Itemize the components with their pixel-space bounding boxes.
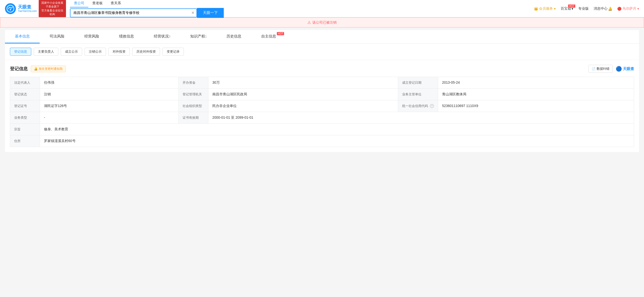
search-area: 查公司 查老板 查关系 ✕ 天眼一下 bbox=[70, 0, 224, 18]
value-cell: 任伟强 bbox=[40, 77, 178, 89]
tab-history[interactable]: 历史信息 bbox=[216, 30, 251, 44]
table-row: 业务类型 - 证书有效期 2000-01-01 至 2099-01-01 bbox=[10, 112, 634, 124]
member-service-button[interactable]: 👑 会员服务 ▾ bbox=[534, 7, 556, 11]
value-cell: 南昌市青山湖区民政局 bbox=[208, 89, 398, 100]
search-tabs: 查公司 查老板 查关系 bbox=[70, 0, 224, 8]
search-tab-boss[interactable]: 查老板 bbox=[88, 0, 107, 8]
help-icon[interactable]: ? bbox=[430, 104, 434, 108]
info-table: 法定代表人 任伟强 开办资金 30万 成立登记日期 2013-05-24 登记状… bbox=[10, 77, 634, 147]
table-row: 登记状态 注销 登记管理机关 南昌市青山湖区民政局 业务主管单位 青山湖区教体局 bbox=[10, 89, 634, 100]
document-icon: 📄 bbox=[592, 67, 596, 71]
professional-link[interactable]: 专业版 bbox=[578, 7, 589, 11]
label-cell: 证书有效期 bbox=[178, 112, 208, 124]
message-icon: 🔔 bbox=[608, 7, 612, 11]
crown-icon: 👑 bbox=[534, 7, 538, 11]
value-cell: 30万 bbox=[208, 77, 398, 89]
baibao-link[interactable]: 百宝箱 HOT ▾ bbox=[561, 7, 573, 11]
sub-tab-register-info[interactable]: 登记信息 bbox=[10, 48, 31, 56]
label-cell: 法定代表人 bbox=[10, 77, 40, 89]
table-row: 法定代表人 任伟强 开办资金 30万 成立登记日期 2013-05-24 bbox=[10, 77, 634, 89]
tab-self-info[interactable]: 自主信息 HOT bbox=[251, 30, 286, 44]
bell-icon: 🔔 bbox=[34, 67, 38, 71]
tab-judicial-risk[interactable]: 司法风险 bbox=[40, 30, 74, 44]
value-cell: 修身、美术教育 bbox=[40, 124, 634, 135]
notify-button[interactable]: 🔔 发生变更时通知我 bbox=[31, 66, 66, 72]
user-button[interactable]: 🔴 马尔萨月 ▾ bbox=[617, 7, 639, 11]
section-actions: 📄 数据纠错 🔵 天眼查 bbox=[588, 65, 634, 73]
label-cell: 登记证号 bbox=[10, 100, 40, 112]
logo-icon bbox=[5, 3, 16, 14]
search-input[interactable] bbox=[70, 9, 189, 17]
search-tab-company[interactable]: 查公司 bbox=[70, 0, 88, 8]
value-cell: 民办非企业单位 bbox=[208, 100, 398, 112]
sub-tab-main-person[interactable]: 主要负责人 bbox=[34, 48, 58, 56]
search-button[interactable]: 天眼一下 bbox=[197, 8, 224, 18]
cancelled-banner: ⚠ 该公司已被注销 bbox=[0, 17, 644, 28]
sub-tab-change-record[interactable]: 变更记录 bbox=[162, 48, 184, 56]
label-cell: 成立登记日期 bbox=[398, 77, 438, 89]
tianyancha-brand-logo: 🔵 天眼查 bbox=[616, 66, 634, 72]
data-correct-button[interactable]: 📄 数据纠错 bbox=[588, 65, 613, 73]
tabs-bar: 基本信息 司法风险 经营风险 绩效信息 经营状况3 知识产权1 历史信息 自主信… bbox=[5, 30, 639, 44]
tianyancha-icon: 🔵 bbox=[616, 66, 622, 72]
user-avatar-icon: 🔴 bbox=[617, 7, 622, 11]
value-cell: 2000-01-01 至 2099-01-01 bbox=[208, 112, 634, 124]
search-input-wrap: ✕ bbox=[70, 9, 197, 17]
label-cell: 业务主管单位 bbox=[398, 89, 438, 100]
user-chevron-icon: ▾ bbox=[637, 7, 639, 11]
logo-text: 天眼查 TianYanCha.com bbox=[18, 5, 37, 13]
chevron-down-icon: ▾ bbox=[554, 7, 556, 11]
value-cell: 青山湖区教体局 bbox=[438, 89, 634, 100]
status-value-cell: 注销 bbox=[40, 89, 178, 100]
hot-badge: HOT bbox=[568, 5, 575, 8]
warning-icon: ⚠ bbox=[307, 20, 311, 25]
label-cell: 社会组织类型 bbox=[178, 100, 208, 112]
search-input-row: ✕ 天眼一下 bbox=[70, 8, 224, 18]
sub-tab-establish-announcement[interactable]: 成立公示 bbox=[61, 48, 82, 56]
label-cell: 开办资金 bbox=[178, 77, 208, 89]
tab-business-status[interactable]: 经营状况3 bbox=[144, 30, 180, 44]
header-right: 👑 会员服务 ▾ 百宝箱 HOT ▾ 专业版 消息中心 🔔 🔴 马尔萨月 ▾ bbox=[534, 7, 639, 11]
value-cell: 2013-05-24 bbox=[438, 77, 634, 89]
label-cell: 登记管理机关 bbox=[178, 89, 208, 100]
main-content: 基本信息 司法风险 经营风险 绩效信息 经营状况3 知识产权1 历史信息 自主信… bbox=[5, 30, 639, 152]
logo-area: 天眼查 TianYanCha.com 国家中小企业发展子基金旗下 官方备案企业征… bbox=[5, 0, 66, 17]
label-cell: 住所 bbox=[10, 135, 40, 147]
value-cell: 罗家镇濡溪吴村60号 bbox=[40, 135, 634, 147]
tab-intellectual-property[interactable]: 知识产权1 bbox=[180, 30, 217, 44]
official-badge: 国家中小企业发展子基金旗下 官方备案企业征信机构 bbox=[39, 0, 66, 17]
sub-tab-external-investment[interactable]: 对外投资 bbox=[108, 48, 130, 56]
sub-tab-history-investment[interactable]: 历史对外投资 bbox=[132, 48, 160, 56]
value-cell: 湖民证字126号 bbox=[40, 100, 178, 112]
label-cell: 登记状态 bbox=[10, 89, 40, 100]
table-row: 住所 罗家镇濡溪吴村60号 bbox=[10, 135, 634, 147]
label-cell: 业务类型 bbox=[10, 112, 40, 124]
tab-business-risk[interactable]: 经营风险 bbox=[74, 30, 109, 44]
value-cell: 523601110697 1110X9 bbox=[438, 100, 634, 112]
sub-tabs: 登记信息 主要负责人 成立公示 注销公示 对外投资 历史对外投资 变更记录 bbox=[5, 44, 639, 60]
table-row: 登记证号 湖民证字126号 社会组织类型 民办非企业单位 统一社会信用代码 ? … bbox=[10, 100, 634, 112]
table-row: 宗旨 修身、美术教育 bbox=[10, 124, 634, 135]
message-link[interactable]: 消息中心 🔔 bbox=[594, 7, 612, 11]
svg-point-0 bbox=[7, 5, 14, 12]
register-info-section: 登记信息 🔔 发生变更时通知我 📄 数据纠错 🔵 天眼查 bbox=[5, 60, 639, 152]
value-cell: - bbox=[40, 112, 178, 124]
section-title: 登记信息 🔔 发生变更时通知我 bbox=[10, 66, 66, 72]
label-cell: 统一社会信用代码 ? bbox=[398, 100, 438, 112]
tab-basic-info[interactable]: 基本信息 bbox=[5, 30, 40, 44]
search-clear-icon[interactable]: ✕ bbox=[189, 11, 196, 15]
header: 天眼查 TianYanCha.com 国家中小企业发展子基金旗下 官方备案企业征… bbox=[0, 0, 644, 17]
tab-performance[interactable]: 绩效信息 bbox=[109, 30, 144, 44]
section-header: 登记信息 🔔 发生变更时通知我 📄 数据纠错 🔵 天眼查 bbox=[10, 65, 634, 73]
label-cell: 宗旨 bbox=[10, 124, 40, 135]
svg-point-1 bbox=[10, 9, 11, 10]
search-tab-relation[interactable]: 查关系 bbox=[107, 0, 125, 8]
sub-tab-cancel-announcement[interactable]: 注销公示 bbox=[84, 48, 106, 56]
